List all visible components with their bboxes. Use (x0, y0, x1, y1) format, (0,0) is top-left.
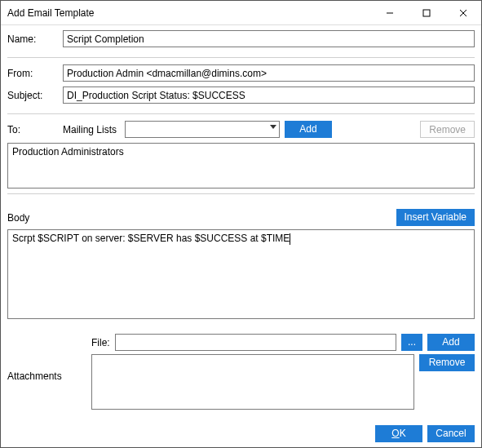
close-icon (459, 9, 467, 17)
ok-underline: O (391, 428, 399, 439)
browse-button[interactable]: ... (401, 334, 422, 351)
subject-label: Subject: (7, 90, 63, 101)
name-row: Name: (7, 30, 475, 47)
mailing-lists-label: Mailing Lists (63, 124, 120, 135)
mailing-list-combobox[interactable] (125, 121, 280, 138)
remove-mailing-button: Remove (420, 121, 475, 138)
maximize-button[interactable] (408, 1, 444, 24)
cancel-button[interactable]: Cancel (427, 425, 475, 442)
ok-button[interactable]: OK (375, 425, 422, 442)
body-label: Body (7, 212, 29, 224)
titlebar: Add Email Template (1, 1, 481, 25)
maximize-icon (422, 9, 431, 17)
subject-row: Subject: (7, 86, 475, 104)
file-input[interactable] (115, 334, 396, 351)
body-header: Body Insert Variable (7, 209, 475, 226)
text-caret (290, 233, 290, 245)
attachments-listbox[interactable] (91, 354, 414, 410)
separator-2 (7, 113, 475, 114)
separator-1 (7, 57, 475, 58)
add-mailing-button[interactable]: Add (285, 121, 332, 138)
file-row: File: ... Add (91, 334, 475, 351)
window-title: Add Email Template (7, 7, 371, 19)
body-content: Scrpt $SCRIPT on server: $SERVER has $SU… (12, 233, 290, 244)
file-label: File: (91, 337, 110, 348)
to-listbox[interactable]: Production Administrators (7, 143, 475, 189)
svg-rect-1 (423, 10, 430, 16)
minimize-icon (386, 9, 394, 17)
remove-file-button[interactable]: Remove (419, 354, 475, 371)
list-item[interactable]: Production Administrators (12, 146, 470, 157)
subject-input[interactable] (63, 86, 475, 104)
name-input[interactable] (63, 30, 475, 47)
separator-3 (7, 193, 475, 194)
attachments-row: Attachments Remove (7, 354, 475, 410)
name-label: Name: (7, 33, 63, 45)
to-label: To: (7, 124, 63, 135)
chevron-down-icon (270, 125, 276, 129)
to-row: To: Mailing Lists Add Remove (7, 121, 475, 138)
add-file-button[interactable]: Add (427, 334, 475, 351)
from-input[interactable] (63, 64, 475, 82)
from-row: From: (7, 64, 475, 82)
dialog-window: Add Email Template Name: From: (0, 0, 482, 448)
body-textarea[interactable]: Scrpt $SCRIPT on server: $SERVER has $SU… (7, 229, 475, 319)
minimize-button[interactable] (371, 1, 408, 24)
dialog-footer: OK Cancel (1, 420, 481, 447)
insert-variable-button[interactable]: Insert Variable (396, 209, 475, 226)
from-label: From: (7, 68, 63, 79)
dialog-body: Name: From: Subject: To: Mailing Lists (1, 25, 481, 420)
attachments-label: Attachments (7, 354, 91, 410)
close-button[interactable] (444, 1, 481, 24)
window-controls (371, 1, 481, 24)
